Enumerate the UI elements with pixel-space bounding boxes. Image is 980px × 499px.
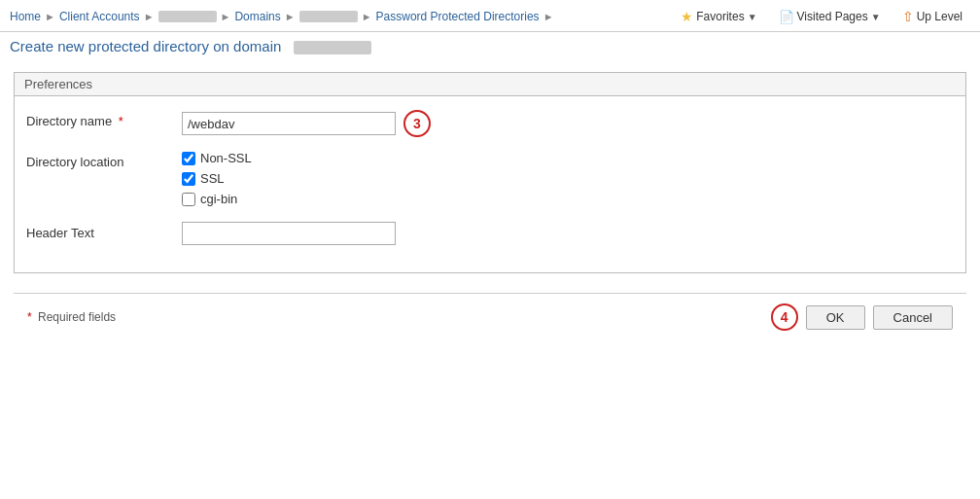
breadcrumb-sep-1: ►: [45, 11, 55, 22]
toolbar: ★ Favorites ▼ 📄 Visited Pages ▼ ⇧ Up Lev…: [673, 6, 970, 27]
page-title-prefix: Create new protected directory on domain: [10, 38, 281, 54]
header-text-control: [182, 222, 954, 245]
ok-button[interactable]: OK: [806, 305, 865, 330]
page-title: Create new protected directory on domain: [10, 38, 371, 54]
favorites-chevron: ▼: [748, 12, 757, 22]
non-ssl-label[interactable]: Non-SSL: [200, 151, 252, 165]
non-ssl-row: Non-SSL: [182, 151, 252, 165]
favorites-button[interactable]: ★ Favorites ▼: [673, 6, 764, 27]
preferences-section: Preferences Directory name * 3 Directory…: [14, 72, 966, 273]
header-text-row: Header Text: [26, 222, 954, 245]
breadcrumb-sep-3: ►: [221, 11, 231, 22]
breadcrumb-domain-blurred: [299, 11, 358, 22]
directory-name-label: Directory name *: [26, 110, 182, 128]
breadcrumb-account-blurred: [158, 11, 217, 22]
main-content: Preferences Directory name * 3 Directory…: [0, 62, 980, 350]
required-note: * Required fields: [27, 310, 116, 324]
directory-name-input[interactable]: [182, 112, 396, 135]
breadcrumb-sep-2: ►: [144, 11, 155, 22]
breadcrumb-sep-6: ►: [543, 11, 554, 22]
directory-location-checkboxes: Non-SSL SSL cgi-bin: [182, 151, 954, 208]
breadcrumb: Home ► Client Accounts ► ► Domains ► ► P…: [10, 10, 558, 23]
ssl-checkbox[interactable]: [182, 172, 195, 186]
cancel-button[interactable]: Cancel: [873, 305, 953, 330]
breadcrumb-password-protected[interactable]: Password Protected Directories: [376, 10, 540, 23]
step-4-circle: 4: [771, 303, 798, 331]
required-star-name: *: [119, 114, 123, 128]
breadcrumb-sep-4: ►: [285, 11, 296, 22]
visited-pages-button[interactable]: 📄 Visited Pages ▼: [771, 7, 889, 27]
cgi-bin-checkbox[interactable]: [182, 193, 195, 206]
breadcrumb-client-accounts[interactable]: Client Accounts: [59, 10, 140, 23]
breadcrumb-domains[interactable]: Domains: [234, 10, 280, 23]
page-title-bar: Create new protected directory on domain: [0, 32, 980, 62]
directory-name-control: 3: [182, 110, 431, 137]
btn-group: OK Cancel: [806, 305, 953, 330]
preferences-legend: Preferences: [15, 73, 965, 96]
cgi-bin-label[interactable]: cgi-bin: [200, 192, 237, 206]
breadcrumb-sep-5: ►: [362, 11, 372, 22]
visited-chevron: ▼: [871, 12, 881, 22]
non-ssl-checkbox[interactable]: [182, 152, 195, 165]
up-icon: ⇧: [902, 9, 914, 24]
up-level-label: Up Level: [917, 10, 962, 23]
visited-pages-label: Visited Pages: [797, 10, 868, 23]
directory-location-label: Directory location: [26, 151, 182, 169]
ssl-label[interactable]: SSL: [200, 171, 225, 186]
ssl-row: SSL: [182, 171, 225, 186]
cgi-bin-row: cgi-bin: [182, 192, 237, 206]
header-text-input[interactable]: [182, 222, 396, 245]
breadcrumb-home[interactable]: Home: [10, 10, 41, 23]
star-icon: ★: [681, 9, 693, 24]
step-3-circle: 3: [403, 110, 431, 137]
visited-icon: 📄: [779, 10, 794, 24]
page-title-domain-blurred: [294, 41, 371, 54]
header-text-label: Header Text: [26, 222, 182, 240]
directory-location-row: Directory location Non-SSL SSL cgi-bin: [26, 151, 954, 208]
preferences-body: Directory name * 3 Directory location No…: [15, 96, 965, 272]
up-level-button[interactable]: ⇧ Up Level: [894, 6, 970, 27]
breadcrumb-toolbar-bar: Home ► Client Accounts ► ► Domains ► ► P…: [0, 0, 980, 32]
action-buttons-area: 4 OK Cancel: [763, 303, 953, 331]
footer-bar: * Required fields 4 OK Cancel: [14, 293, 966, 340]
required-asterisk: *: [27, 310, 32, 324]
required-note-text: Required fields: [38, 310, 116, 324]
directory-name-row: Directory name * 3: [26, 110, 954, 137]
favorites-label: Favorites: [696, 10, 744, 23]
